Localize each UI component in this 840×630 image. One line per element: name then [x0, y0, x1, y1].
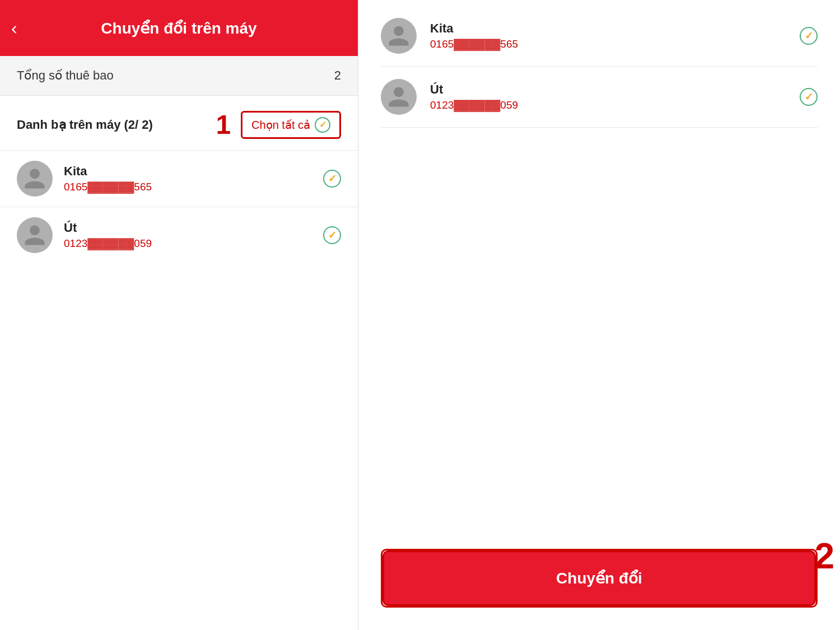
contact-info: Kita 0165▓▓▓▓▓▓565 [64, 164, 312, 193]
contact-phone: 0165▓▓▓▓▓▓565 [430, 38, 786, 50]
contact-info: Kita 0165▓▓▓▓▓▓565 [430, 21, 786, 50]
contact-name: Kita [64, 164, 312, 179]
total-label: Tổng số thuê bao [17, 68, 114, 83]
right-contact-item[interactable]: Út 0123▓▓▓▓▓▓059 [381, 67, 818, 128]
contact-phone: 0123▓▓▓▓▓▓059 [64, 237, 312, 250]
annotation-1: 1 [216, 109, 231, 140]
total-row: Tổng số thuê bao 2 [0, 56, 358, 96]
contact-info: Út 0123▓▓▓▓▓▓059 [430, 82, 786, 111]
header: ‹ Chuyển đổi trên máy [0, 0, 358, 56]
convert-button[interactable]: Chuyển đổi [382, 550, 816, 606]
select-all-check-icon [315, 117, 330, 133]
contacts-section-title: Danh bạ trên máy (2/ 2) [17, 118, 153, 132]
contact-check-icon [800, 27, 818, 45]
avatar [381, 18, 417, 54]
contact-info: Út 0123▓▓▓▓▓▓059 [64, 221, 312, 250]
contact-phone: 0123▓▓▓▓▓▓059 [430, 99, 786, 111]
back-button[interactable]: ‹ [11, 19, 17, 37]
contact-check-icon [323, 170, 341, 188]
convert-button-wrapper: Chuyển đổi [381, 549, 818, 608]
avatar [17, 217, 53, 253]
select-all-label: Chọn tất cả [251, 118, 310, 132]
right-footer: 2 Chuyển đổi [358, 532, 840, 630]
contact-check-icon [323, 226, 341, 244]
right-contacts-list: Kita 0165▓▓▓▓▓▓565 Út 0123▓▓▓▓▓▓059 [358, 0, 840, 532]
left-panel: ‹ Chuyển đổi trên máy Tổng số thuê bao 2… [0, 0, 358, 630]
contacts-header: Danh bạ trên máy (2/ 2) 1 Chọn tất cả [0, 96, 358, 150]
contact-name: Út [430, 82, 786, 97]
contacts-section: Danh bạ trên máy (2/ 2) 1 Chọn tất cả Ki… [0, 96, 358, 630]
right-panel: Kita 0165▓▓▓▓▓▓565 Út 0123▓▓▓▓▓▓059 2 Ch… [358, 0, 840, 630]
contact-item[interactable]: Kita 0165▓▓▓▓▓▓565 [0, 150, 358, 207]
contact-phone: 0165▓▓▓▓▓▓565 [64, 181, 312, 193]
contact-name: Kita [430, 21, 786, 36]
avatar [381, 79, 417, 115]
contact-check-icon [800, 88, 818, 106]
page-title: Chuyển đổi trên máy [101, 19, 256, 38]
total-count: 2 [334, 68, 341, 83]
avatar [17, 161, 53, 197]
contact-name: Út [64, 221, 312, 235]
right-contact-item[interactable]: Kita 0165▓▓▓▓▓▓565 [381, 6, 818, 67]
contact-item[interactable]: Út 0123▓▓▓▓▓▓059 [0, 207, 358, 263]
select-all-button[interactable]: Chọn tất cả [241, 111, 341, 139]
